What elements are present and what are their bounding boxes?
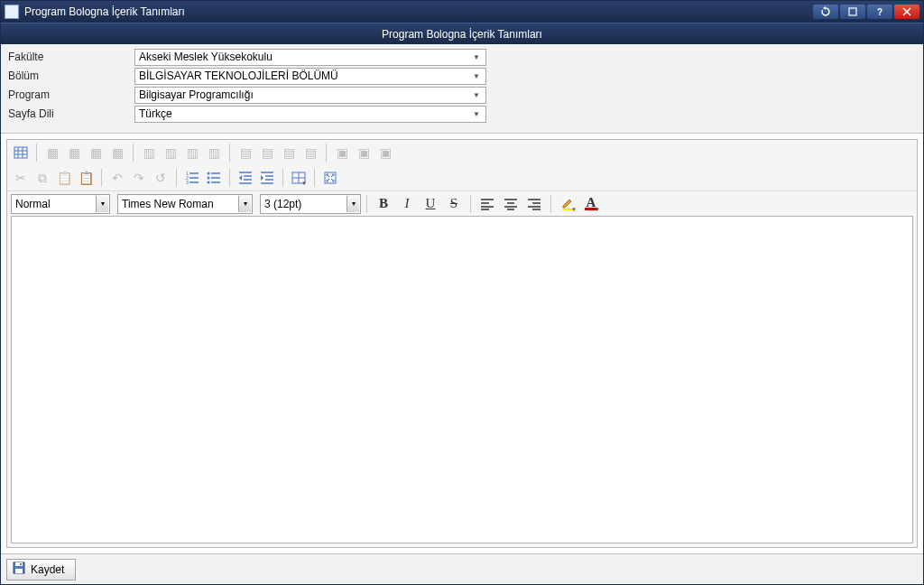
app-icon	[5, 5, 19, 19]
insert-table-icon[interactable]	[11, 143, 31, 162]
paste-special-icon[interactable]: 📋	[76, 168, 96, 188]
refresh-button[interactable]	[813, 5, 838, 19]
delete-row-icon[interactable]: ▦	[86, 143, 106, 162]
outdent-icon[interactable]	[236, 168, 255, 188]
insert-row-above-icon[interactable]: ▦	[42, 143, 62, 162]
svg-rect-1	[14, 147, 27, 158]
svg-point-12	[208, 172, 210, 175]
svg-rect-46	[20, 563, 22, 565]
highlight-color-button[interactable]: ▼	[557, 194, 578, 214]
window-controls: ?	[813, 5, 919, 19]
window-title: Program Bologna İçerik Tanımları	[24, 5, 813, 18]
align-center-button[interactable]	[500, 194, 522, 214]
merge-cells-icon[interactable]: ▥	[182, 143, 202, 162]
svg-rect-0	[849, 8, 856, 15]
dil-label: Sayfa Dili	[8, 107, 134, 120]
font-size-value: 3 (12pt)	[264, 198, 346, 210]
filter-form: Fakülte Akseki Meslek Yüksekokulu ▼ Bölü…	[1, 44, 923, 134]
close-button[interactable]	[894, 5, 919, 19]
program-value: Bilgisayar Programcılığı	[139, 88, 471, 101]
toolbar-format: Normal ▾ Times New Roman ▾ 3 (12pt) ▾ B …	[7, 190, 917, 216]
titlebar: Program Bologna İçerik Tanımları ?	[1, 1, 923, 23]
table-grid-icon[interactable]: ▼	[289, 168, 309, 188]
chevron-down-icon: ▼	[471, 91, 482, 99]
svg-point-16	[208, 181, 210, 184]
toolbar-tables: ▦ ▦ ▦ ▦ ▥ ▥ ▥ ▥ ▤ ▤ ▤ ▤ ▣ ▣ ▣	[7, 140, 917, 165]
page-subtitle: Program Bologna İçerik Tanımları	[1, 23, 923, 44]
table-border4-icon[interactable]: ▤	[300, 143, 320, 162]
table-misc2-icon[interactable]: ▣	[354, 143, 374, 162]
footer-bar: Kaydet	[1, 553, 923, 584]
editor-area: ▦ ▦ ▦ ▦ ▥ ▥ ▥ ▥ ▤ ▤ ▤ ▤ ▣ ▣ ▣ ✂	[1, 134, 923, 553]
table-border2-icon[interactable]: ▤	[257, 143, 277, 162]
dil-select[interactable]: Türkçe ▼	[134, 106, 486, 123]
italic-button[interactable]: I	[396, 194, 418, 214]
font-size-select[interactable]: 3 (12pt) ▾	[260, 194, 361, 214]
cut-icon[interactable]: ✂	[11, 168, 31, 188]
font-family-select[interactable]: Times New Roman ▾	[117, 194, 253, 214]
paragraph-style-select[interactable]: Normal ▾	[11, 194, 110, 214]
svg-rect-45	[15, 569, 23, 573]
chevron-down-icon: ▼	[471, 110, 482, 118]
strike-button[interactable]: S	[443, 194, 465, 214]
fakulte-value: Akseki Meslek Yüksekokulu	[139, 51, 471, 63]
chevron-down-icon: ▼	[471, 53, 482, 61]
paragraph-style-value: Normal	[15, 198, 96, 210]
bolum-value: BİLGİSAYAR TEKNOLOJİLERİ BÖLÜMÜ	[139, 70, 471, 82]
bolum-label: Bölüm	[8, 70, 134, 82]
ordered-list-icon[interactable]: 123	[182, 168, 202, 188]
save-label: Kaydet	[31, 563, 64, 576]
help-button[interactable]: ?	[867, 5, 892, 19]
chevron-down-icon: ▾	[238, 196, 251, 212]
svg-rect-29	[325, 172, 336, 183]
table-misc3-icon[interactable]: ▣	[375, 143, 395, 162]
insert-col-left-icon[interactable]: ▥	[139, 143, 159, 162]
editor-content[interactable]	[11, 216, 913, 543]
svg-point-14	[208, 177, 210, 180]
font-color-button[interactable]: A ▼	[580, 194, 602, 214]
redo-icon[interactable]: ↷	[129, 168, 149, 188]
svg-text:3: 3	[186, 180, 189, 185]
align-right-button[interactable]	[523, 194, 545, 214]
toolbar-edit: ✂ ⧉ 📋 📋 ↶ ↷ ↺ 123	[7, 165, 917, 190]
fullscreen-icon[interactable]	[320, 168, 340, 188]
paste-icon[interactable]: 📋	[54, 168, 74, 188]
split-cells-icon[interactable]: ▥	[204, 143, 224, 162]
undo-icon[interactable]: ↶	[107, 168, 127, 188]
program-label: Program	[8, 88, 134, 101]
indent-icon[interactable]	[257, 168, 277, 188]
delete-column-icon[interactable]: ▦	[107, 143, 127, 162]
fakulte-select[interactable]: Akseki Meslek Yüksekokulu ▼	[134, 49, 486, 66]
chevron-down-icon: ▼	[471, 72, 482, 80]
align-left-button[interactable]	[476, 194, 498, 214]
save-button[interactable]: Kaydet	[6, 559, 76, 580]
underline-button[interactable]: U	[420, 194, 441, 214]
copy-icon[interactable]: ⧉	[32, 168, 52, 188]
dil-value: Türkçe	[139, 107, 471, 120]
chevron-down-icon: ▾	[346, 196, 359, 212]
font-family-value: Times New Roman	[122, 198, 238, 210]
main-window: Program Bologna İçerik Tanımları ? Progr…	[0, 0, 924, 585]
rich-editor: ▦ ▦ ▦ ▦ ▥ ▥ ▥ ▥ ▤ ▤ ▤ ▤ ▣ ▣ ▣ ✂	[6, 139, 918, 548]
table-border-icon[interactable]: ▤	[236, 143, 255, 162]
maximize-button[interactable]	[840, 5, 865, 19]
bold-button[interactable]: B	[373, 194, 394, 214]
chevron-down-icon: ▾	[96, 196, 108, 212]
insert-row-below-icon[interactable]: ▦	[64, 143, 84, 162]
table-border3-icon[interactable]: ▤	[279, 143, 299, 162]
bolum-select[interactable]: BİLGİSAYAR TEKNOLOJİLERİ BÖLÜMÜ ▼	[134, 68, 486, 85]
disk-icon	[13, 562, 25, 577]
fakulte-label: Fakülte	[8, 51, 134, 63]
repeat-icon[interactable]: ↺	[151, 168, 171, 188]
table-misc1-icon[interactable]: ▣	[332, 143, 352, 162]
program-select[interactable]: Bilgisayar Programcılığı ▼	[134, 87, 486, 104]
unordered-list-icon[interactable]	[204, 168, 224, 188]
insert-col-right-icon[interactable]: ▥	[161, 143, 180, 162]
